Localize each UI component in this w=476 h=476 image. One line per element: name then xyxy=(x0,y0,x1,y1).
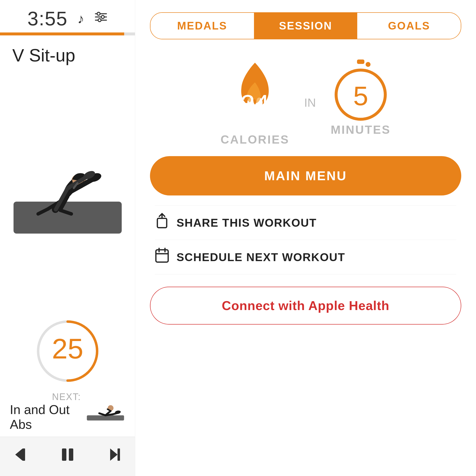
schedule-label: SCHEDULE NEXT WORKOUT xyxy=(177,251,345,264)
schedule-icon xyxy=(155,247,169,267)
progress-bar-container xyxy=(0,33,135,35)
exercise-image-area xyxy=(0,70,135,313)
fast-forward-button[interactable] xyxy=(104,446,121,467)
next-label-area: NEXT: In and Out Abs xyxy=(10,392,81,432)
next-exercise-name: In and Out Abs xyxy=(10,402,81,432)
workout-scene xyxy=(9,140,127,243)
tab-bar: MEDALS SESSION GOALS xyxy=(150,12,461,39)
stopwatch-area: 5 xyxy=(334,59,388,118)
stats-row: 34 CALORIES IN 5 xyxy=(150,59,461,146)
rewind-button[interactable] xyxy=(14,446,31,467)
stopwatch-icon: 5 xyxy=(334,59,388,122)
svg-marker-30 xyxy=(15,448,23,461)
apple-health-button[interactable]: Connect with Apple Health xyxy=(150,287,461,324)
minutes-stat: 5 MINUTES xyxy=(331,59,391,136)
timer-wrapper: 25 xyxy=(0,313,135,387)
tab-medals[interactable]: MEDALS xyxy=(151,13,254,39)
tab-goals[interactable]: GOALS xyxy=(357,13,461,39)
timer-circle-svg: 25 xyxy=(32,315,103,387)
share-workout-row[interactable]: SHARE THIS WORKOUT xyxy=(150,205,461,240)
divider-3 xyxy=(155,274,456,274)
right-panel: MEDALS SESSION GOALS 34 CALORIES IN xyxy=(135,0,476,476)
status-bar: 3:55 ♪ xyxy=(0,0,135,33)
flame-icon: 34 xyxy=(228,60,282,127)
next-label: NEXT: xyxy=(52,392,81,402)
music-icon: ♪ xyxy=(77,11,84,27)
progress-bar-fill xyxy=(0,33,124,35)
svg-line-25 xyxy=(99,413,105,415)
svg-line-9 xyxy=(38,209,48,214)
svg-text:5: 5 xyxy=(353,81,368,111)
svg-line-26 xyxy=(105,414,113,415)
svg-marker-34 xyxy=(110,448,118,461)
svg-rect-43 xyxy=(157,218,167,228)
settings-icon xyxy=(94,10,108,27)
calories-stat: 34 CALORIES xyxy=(221,59,289,146)
minutes-label: MINUTES xyxy=(331,123,391,136)
svg-rect-37 xyxy=(357,60,364,64)
svg-rect-45 xyxy=(156,250,168,262)
calories-label: CALORIES xyxy=(221,133,289,146)
svg-rect-35 xyxy=(118,448,120,461)
svg-rect-31 xyxy=(23,448,25,461)
schedule-workout-row[interactable]: SCHEDULE NEXT WORKOUT xyxy=(150,240,461,274)
timer-text: 25 xyxy=(52,333,83,364)
svg-point-38 xyxy=(366,62,371,67)
svg-line-11 xyxy=(60,210,71,214)
in-label: IN xyxy=(304,96,316,109)
next-section: NEXT: In and Out Abs xyxy=(0,387,135,437)
share-icon xyxy=(155,213,169,232)
svg-rect-33 xyxy=(69,448,73,461)
left-panel: 3:55 ♪ V Sit-up xyxy=(0,0,135,476)
tab-session[interactable]: SESSION xyxy=(254,13,357,39)
flame-area: 34 xyxy=(225,59,285,128)
playback-controls xyxy=(0,437,135,476)
exercise-figure xyxy=(11,140,119,229)
time-display: 3:55 xyxy=(27,7,68,30)
next-exercise-figure xyxy=(86,400,125,423)
main-menu-button[interactable]: MAIN MENU xyxy=(150,156,461,195)
svg-rect-32 xyxy=(62,448,66,461)
svg-point-4 xyxy=(101,16,104,18)
svg-point-3 xyxy=(97,12,100,15)
share-label: SHARE THIS WORKOUT xyxy=(177,216,317,229)
svg-point-5 xyxy=(98,19,101,22)
svg-text:34: 34 xyxy=(241,90,270,119)
pause-button[interactable] xyxy=(59,446,76,467)
exercise-title: V Sit-up xyxy=(0,35,135,70)
